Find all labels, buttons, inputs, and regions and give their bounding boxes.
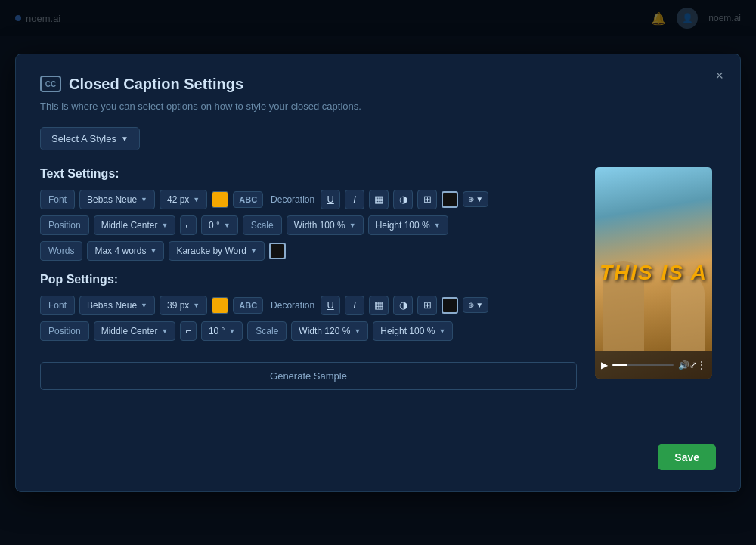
text-settings-section: Text Settings: Font Bebas Neue ▼ 42 px ▼ xyxy=(40,167,577,261)
video-progress-fill xyxy=(612,364,627,366)
pop-decoration-label: Decoration xyxy=(271,300,314,311)
chevron-down-icon: ▼ xyxy=(141,196,147,203)
pop-globe-button[interactable]: ⊕ ▼ xyxy=(463,297,488,313)
video-preview: THIS IS A ▶ 🔊 ⤢ ⋮ xyxy=(595,167,712,379)
text-bg-color-swatch[interactable] xyxy=(442,191,458,208)
pop-fontsize-dropdown[interactable]: 39 px ▼ xyxy=(160,296,207,315)
text-width-dropdown[interactable]: Width 100 % ▼ xyxy=(287,215,364,235)
chevron-down-icon: ▼ xyxy=(193,196,200,203)
text-split-button[interactable]: ⊞ xyxy=(417,190,437,209)
closed-caption-modal: CC Closed Caption Settings × This is whe… xyxy=(15,54,741,492)
select-styles-button[interactable]: Select A Styles ▼ xyxy=(40,127,140,150)
pop-strikethrough-button[interactable]: ▦ xyxy=(369,296,389,315)
text-color-swatch[interactable] xyxy=(212,191,228,208)
text-font-dropdown[interactable]: Bebas Neue ▼ xyxy=(79,190,155,209)
text-settings-heading: Text Settings: xyxy=(40,167,577,181)
pop-width-dropdown[interactable]: Width 120 % ▼ xyxy=(291,321,368,341)
pop-circle-half-button[interactable]: ◑ xyxy=(393,296,413,315)
chevron-down-icon: ▼ xyxy=(228,327,235,335)
text-font-row: Font Bebas Neue ▼ 42 px ▼ ABC Decoration… xyxy=(40,190,577,209)
text-font-label: Font xyxy=(40,190,75,209)
text-fontsize-dropdown[interactable]: 42 px ▼ xyxy=(160,190,207,209)
pop-rotation-dropdown[interactable]: 10 ° ▼ xyxy=(201,321,243,341)
pop-scale-label: Scale xyxy=(247,321,287,341)
pop-font-dropdown[interactable]: Bebas Neue ▼ xyxy=(79,296,155,315)
modal-close-button[interactable]: × xyxy=(715,68,723,84)
chevron-down-icon: ▼ xyxy=(476,301,483,309)
pop-position-row: Position Middle Center ▼ ⌐ 10 ° ▼ Scale … xyxy=(40,321,577,341)
save-button[interactable]: Save xyxy=(658,444,716,470)
text-italic-button[interactable]: I xyxy=(345,190,364,209)
pop-italic-button[interactable]: I xyxy=(345,296,364,315)
pop-abc-button[interactable]: ABC xyxy=(233,297,263,314)
more-icon[interactable]: ⋮ xyxy=(697,360,706,370)
modal-body: Text Settings: Font Bebas Neue ▼ 42 px ▼ xyxy=(40,167,716,390)
text-abc-button[interactable]: ABC xyxy=(233,191,263,208)
chevron-down-icon: ▼ xyxy=(349,221,356,229)
cc-icon: CC xyxy=(40,76,61,92)
text-position-row: Position Middle Center ▼ ⌐ 0 ° ▼ Scale W… xyxy=(40,215,577,235)
pop-rotation-icon[interactable]: ⌐ xyxy=(180,321,197,341)
chevron-down-icon: ▼ xyxy=(161,221,168,229)
modal-header: CC Closed Caption Settings xyxy=(40,76,716,93)
text-circle-half-button[interactable]: ◑ xyxy=(393,190,413,209)
video-progress-bar[interactable] xyxy=(612,364,674,366)
pop-height-dropdown[interactable]: Height 100 % ▼ xyxy=(373,321,453,341)
settings-panel: Text Settings: Font Bebas Neue ▼ 42 px ▼ xyxy=(40,167,577,390)
pop-position-dropdown[interactable]: Middle Center ▼ xyxy=(94,321,176,341)
pop-font-row: Font Bebas Neue ▼ 39 px ▼ ABC Decoration… xyxy=(40,296,577,315)
pop-settings-section: Pop Settings: Font Bebas Neue ▼ 39 px ▼ xyxy=(40,273,577,341)
chevron-down-icon: ▼ xyxy=(476,195,483,203)
chevron-down-icon: ▼ xyxy=(193,302,200,309)
chevron-down-icon: ▼ xyxy=(224,221,231,229)
video-background: THIS IS A xyxy=(595,167,712,379)
generate-sample-button[interactable]: Generate Sample xyxy=(40,362,577,390)
text-words-row: Words Max 4 words ▼ Karaoke by Word ▼ xyxy=(40,241,577,261)
text-karaoke-color-swatch[interactable] xyxy=(269,243,286,259)
pop-underline-button[interactable]: U xyxy=(321,296,340,315)
text-karaoke-dropdown[interactable]: Karaoke by Word ▼ xyxy=(169,241,264,261)
text-rotation-dropdown[interactable]: 0 ° ▼ xyxy=(201,215,238,235)
text-rotation-icon[interactable]: ⌐ xyxy=(180,215,197,235)
text-decoration-label: Decoration xyxy=(271,194,314,205)
modal-subtitle: This is where you can select options on … xyxy=(40,101,716,112)
play-icon[interactable]: ▶ xyxy=(601,360,608,370)
chevron-down-icon: ▼ xyxy=(161,327,168,335)
text-scale-label: Scale xyxy=(243,215,282,235)
pop-split-button[interactable]: ⊞ xyxy=(417,296,437,315)
text-underline-button[interactable]: U xyxy=(321,190,340,209)
text-strikethrough-button[interactable]: ▦ xyxy=(369,190,389,209)
chevron-down-icon: ▼ xyxy=(250,247,257,255)
chevron-down-icon: ▼ xyxy=(141,302,147,309)
video-controls: ▶ 🔊 ⤢ ⋮ xyxy=(595,351,712,379)
chevron-down-icon: ▼ xyxy=(438,327,445,335)
pop-position-label: Position xyxy=(40,321,89,341)
pop-bg-color-swatch[interactable] xyxy=(442,297,458,314)
pop-settings-heading: Pop Settings: xyxy=(40,273,577,286)
text-height-dropdown[interactable]: Height 100 % ▼ xyxy=(368,215,448,235)
text-words-label: Words xyxy=(40,241,82,261)
video-preview-panel: THIS IS A ▶ 🔊 ⤢ ⋮ xyxy=(595,167,716,390)
chevron-down-icon: ▼ xyxy=(150,247,156,255)
chevron-down-icon: ▼ xyxy=(434,221,441,229)
text-globe-button[interactable]: ⊕ ▼ xyxy=(463,191,488,207)
chevron-down-icon: ▼ xyxy=(354,327,361,335)
video-caption-text: THIS IS A xyxy=(600,261,708,285)
chevron-down-icon: ▼ xyxy=(121,135,129,143)
volume-icon[interactable]: 🔊 xyxy=(678,360,689,370)
expand-icon[interactable]: ⤢ xyxy=(689,360,697,370)
pop-color-swatch[interactable] xyxy=(212,297,228,314)
modal-overlay: CC Closed Caption Settings × This is whe… xyxy=(0,0,756,545)
text-position-label: Position xyxy=(40,215,89,235)
pop-font-label: Font xyxy=(40,296,75,315)
modal-title: Closed Caption Settings xyxy=(69,76,243,93)
text-maxwords-dropdown[interactable]: Max 4 words ▼ xyxy=(87,241,164,261)
text-position-dropdown[interactable]: Middle Center ▼ xyxy=(94,215,176,235)
